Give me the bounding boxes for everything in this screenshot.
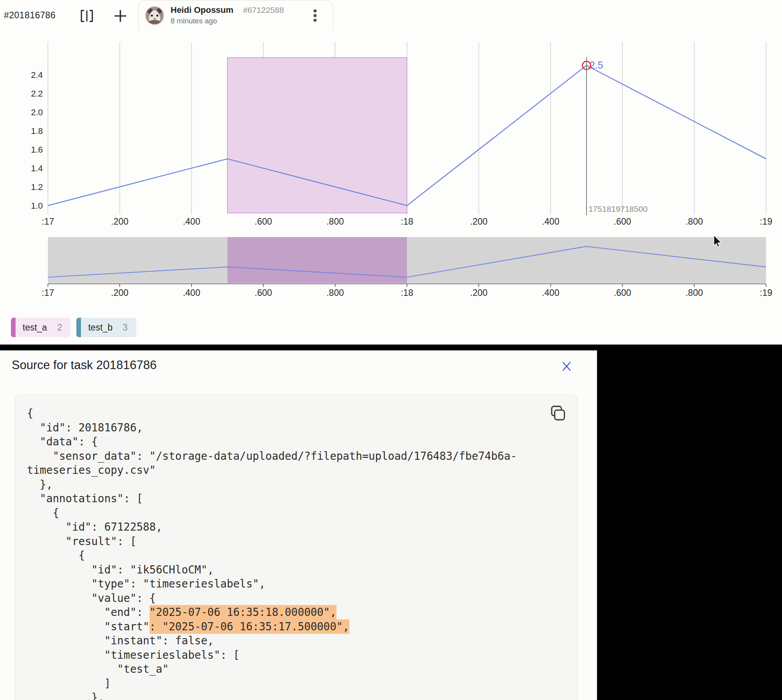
overview-tick-label: :17 <box>42 288 54 298</box>
overview-tick-label: .600 <box>614 288 631 298</box>
y-tick-label: 1.8 <box>31 126 43 136</box>
copy-button[interactable] <box>548 404 567 422</box>
modal-backdrop: Source for task 201816786 { "id": 201816… <box>0 345 782 700</box>
close-icon <box>561 361 572 372</box>
y-tick-label: 1.0 <box>31 201 43 211</box>
label-color-bar <box>11 318 16 337</box>
top-bar: #201816786 <box>0 0 782 30</box>
x-tick-label: .600 <box>255 216 272 227</box>
x-tick-label: :18 <box>401 216 413 227</box>
code-line: timeseries_copy.csv" <box>27 463 542 477</box>
code-line: "test_a" <box>27 662 542 676</box>
crosshair-value: 2.5 <box>590 60 603 70</box>
code-line: "instant": false, <box>27 633 542 648</box>
overview-tick-label: .400 <box>542 288 559 298</box>
code-line: { <box>27 548 542 563</box>
x-tick-label: .800 <box>685 216 703 227</box>
timeseries-chart: :17.200.400.600.800:18.200.400.600.800:1… <box>0 0 782 345</box>
x-tick-label: .800 <box>326 216 344 227</box>
code-line: "start": "2025-07-06 16:35:17.500000", <box>27 619 542 634</box>
code-line: "sensor_data": "/storage-data/uploaded/?… <box>27 449 542 463</box>
avatar <box>145 6 164 25</box>
x-tick-label: .600 <box>614 216 631 227</box>
overview-tick-label: :19 <box>760 288 772 298</box>
task-id: #201816786 <box>4 10 56 21</box>
overview-tick-label: .200 <box>111 288 129 298</box>
highlighted-text: "2025-07-06 16:35:18.000000", <box>150 606 336 618</box>
annotator-name: Heidi Opossum <box>171 5 233 15</box>
x-tick-label: :17 <box>42 216 54 227</box>
code-line: "end": "2025-07-06 16:35:18.000000", <box>27 605 542 619</box>
crosshair: 2.51751819718500 <box>583 57 648 215</box>
label-chip-test_a[interactable]: test_a2 <box>11 318 70 337</box>
overview-region-rect <box>227 237 407 283</box>
annotation-workspace: :17.200.400.600.800:18.200.400.600.800:1… <box>0 0 782 345</box>
y-tick-label: 1.2 <box>31 182 43 192</box>
y-tick-label: 1.6 <box>31 145 43 155</box>
crosshair-timestamp: 1751819718500 <box>588 204 648 213</box>
code-line: "type": "timeserieslabels", <box>27 577 542 591</box>
code-line: ] <box>27 676 542 691</box>
overview-tick-label: .200 <box>470 288 488 298</box>
x-tick-label: .200 <box>470 216 488 227</box>
code-line: "timeserieslabels": [ <box>27 648 542 662</box>
label-chips-row: test_a2test_b3 <box>11 318 136 337</box>
y-tick-label: 1.4 <box>31 164 43 173</box>
label-name: test_b <box>88 322 113 333</box>
code-line: "result": [ <box>27 534 542 549</box>
code-line: }, <box>27 690 542 700</box>
label-name: test_a <box>23 322 47 333</box>
task-source-json: { "id": 201816786, "data": { "sensor_dat… <box>27 406 542 700</box>
close-button[interactable] <box>558 358 575 375</box>
source-view-button[interactable] <box>79 8 95 24</box>
annotation-time-ago: 8 minutes ago <box>171 17 217 25</box>
code-line: }, <box>27 477 542 492</box>
code-line: "id": "ik56CHloCM", <box>27 563 542 577</box>
highlighted-text: : "2025-07-06 16:35:17.500000", <box>150 620 349 633</box>
brackets-icon <box>79 9 94 23</box>
code-line: "annotations": [ <box>27 491 542 506</box>
overview-tick-label: .600 <box>255 288 272 298</box>
x-tick-label: :19 <box>760 216 772 227</box>
annotation-region-test-a[interactable] <box>227 58 407 213</box>
task-source-card: { "id": 201816786, "data": { "sensor_dat… <box>15 395 578 700</box>
plus-icon <box>113 9 127 23</box>
modal-title: Source for task 201816786 <box>12 358 157 372</box>
x-tick-label: .400 <box>542 216 559 227</box>
y-tick-label: 2.2 <box>31 89 43 98</box>
label-count: 3 <box>123 322 128 333</box>
y-tick-label: 2.4 <box>31 70 43 80</box>
region-rect[interactable] <box>227 58 407 213</box>
y-tick-label: 2.0 <box>31 107 43 117</box>
label-color-bar <box>76 318 81 337</box>
annotation-id: #67122588 <box>243 5 284 15</box>
label-count: 2 <box>57 322 62 333</box>
x-tick-label: .200 <box>111 216 129 227</box>
overview-navigator[interactable]: :17.200.400.600.800:18.200.400.600.800:1… <box>42 237 772 298</box>
kebab-icon <box>314 9 317 12</box>
tab-menu-button[interactable] <box>308 7 322 24</box>
code-line: { <box>27 506 542 520</box>
overview-tick-label: :18 <box>401 288 413 298</box>
code-line: "id": 67122588, <box>27 520 542 534</box>
copy-icon <box>549 404 567 422</box>
add-annotation-button[interactable] <box>112 8 129 24</box>
label-chip-test_b[interactable]: test_b3 <box>76 318 136 337</box>
code-line: "data": { <box>27 434 542 449</box>
code-line: "value": { <box>27 591 542 605</box>
x-tick-label: .400 <box>183 216 200 227</box>
annotation-tab[interactable]: Heidi Opossum #67122588 8 minutes ago <box>138 0 333 30</box>
overview-tick-label: .400 <box>183 288 200 298</box>
overview-tick-label: .800 <box>326 288 344 298</box>
code-line: "id": 201816786, <box>27 420 542 435</box>
source-modal: Source for task 201816786 { "id": 201816… <box>0 350 597 700</box>
overview-tick-label: .800 <box>685 288 703 298</box>
code-line: { <box>27 406 542 420</box>
